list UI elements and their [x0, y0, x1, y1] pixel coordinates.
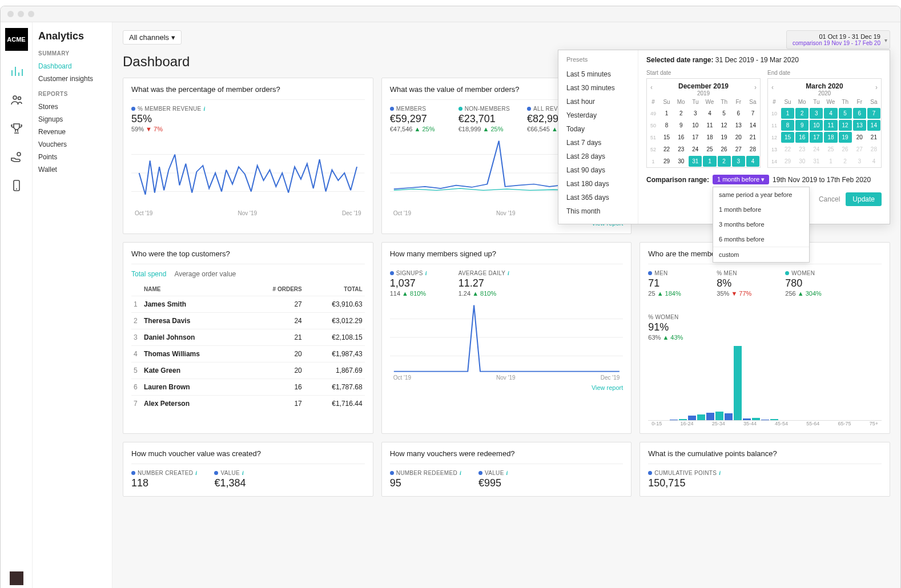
info-icon[interactable]: i [425, 270, 427, 276]
cancel-button[interactable]: Cancel [819, 195, 840, 203]
cal-day[interactable]: 13 [853, 120, 866, 131]
comparison-option[interactable]: 1 month before [713, 202, 809, 217]
preset-item[interactable]: Last 7 days [566, 136, 630, 150]
hand-coin-icon[interactable] [9, 149, 25, 165]
cal-day[interactable]: 1 [660, 108, 673, 119]
cal-day[interactable]: 21 [746, 132, 759, 143]
comparison-option[interactable]: 6 months before [713, 232, 809, 247]
cal-day[interactable]: 30 [674, 156, 687, 167]
cal-day[interactable]: 25 [703, 144, 716, 155]
info-icon[interactable]: i [203, 106, 205, 112]
table-row[interactable]: 4Thomas Williams20€1,987,43 [131, 346, 365, 363]
cal-day[interactable]: 28 [867, 144, 880, 155]
traffic-light-close[interactable] [7, 11, 14, 17]
tab[interactable]: Average order value [174, 270, 236, 278]
comparison-dropdown[interactable]: 1 month before ▾ same period a year befo… [713, 175, 769, 184]
preset-item[interactable]: This month [566, 204, 630, 218]
cal-day[interactable]: 1 [781, 108, 794, 119]
trophy-icon[interactable] [9, 120, 25, 136]
cal-day[interactable]: 31 [810, 156, 823, 167]
table-row[interactable]: 3Daniel Johnson21€2,108.15 [131, 329, 365, 346]
cal-day[interactable]: 8 [781, 120, 794, 131]
cal-day[interactable]: 23 [795, 144, 809, 155]
cal-prev-icon[interactable]: ‹ [650, 83, 653, 91]
cal-day[interactable]: 7 [867, 108, 880, 119]
preset-item[interactable]: Last 5 minutes [566, 67, 630, 81]
cal-day[interactable]: 2 [718, 156, 731, 167]
channel-dropdown[interactable]: All channels ▾ [123, 30, 182, 45]
preset-item[interactable]: Last 30 minutes [566, 81, 630, 95]
cal-day[interactable]: 10 [810, 120, 823, 131]
bottom-square-icon[interactable] [10, 571, 23, 585]
analytics-icon[interactable] [9, 63, 25, 79]
cal-day[interactable]: 25 [824, 144, 837, 155]
cal-prev-icon[interactable]: ‹ [771, 83, 774, 91]
cal-next-icon[interactable]: › [754, 83, 757, 91]
cal-day[interactable]: 15 [781, 132, 794, 143]
table-row[interactable]: 1James Smith27€3,910.63 [131, 296, 365, 313]
cal-day[interactable]: 16 [795, 132, 809, 143]
cal-day[interactable]: 1 [703, 156, 716, 167]
cal-day[interactable]: 18 [703, 132, 716, 143]
cal-day[interactable]: 30 [795, 156, 809, 167]
cal-day[interactable]: 2 [839, 156, 852, 167]
cal-day[interactable]: 24 [810, 144, 823, 155]
info-icon[interactable]: i [508, 270, 509, 276]
comparison-option[interactable]: 3 months before [713, 217, 809, 232]
preset-item[interactable]: Last hour [566, 95, 630, 108]
table-row[interactable]: 5Kate Green201,867.69 [131, 363, 365, 379]
preset-item[interactable]: Today [566, 122, 630, 136]
preset-item[interactable]: Last 365 days [566, 191, 630, 204]
preset-item[interactable]: Last 90 days [566, 163, 630, 177]
cal-day[interactable]: 3 [689, 108, 702, 119]
cal-day[interactable]: 27 [853, 144, 866, 155]
cal-day[interactable]: 13 [732, 120, 745, 131]
cal-day[interactable]: 4 [746, 156, 759, 167]
date-range-button[interactable]: 01 Oct 19 - 31 Dec 19 comparison 19 Nov … [786, 30, 890, 49]
cal-day[interactable]: 11 [824, 120, 837, 131]
nav-item[interactable]: Stores [38, 100, 106, 113]
cal-day[interactable]: 12 [718, 120, 731, 131]
cal-day[interactable]: 29 [660, 156, 673, 167]
cal-day[interactable]: 2 [674, 108, 687, 119]
cal-day[interactable]: 9 [674, 120, 687, 131]
cal-day[interactable]: 4 [867, 156, 880, 167]
table-row[interactable]: 2Theresa Davis24€3,012.29 [131, 313, 365, 329]
cal-day[interactable]: 22 [781, 144, 794, 155]
cal-next-icon[interactable]: › [875, 83, 878, 91]
comparison-option[interactable]: same period a year before [713, 187, 809, 202]
cal-day[interactable]: 21 [867, 132, 880, 143]
view-report-link[interactable]: View report [390, 384, 624, 391]
update-button[interactable]: Update [846, 192, 882, 206]
traffic-light-max[interactable] [28, 11, 34, 17]
customers-icon[interactable] [9, 92, 25, 108]
cal-day[interactable]: 5 [718, 108, 731, 119]
cal-day[interactable]: 3 [853, 156, 866, 167]
info-icon[interactable]: i [719, 470, 721, 476]
cal-day[interactable]: 6 [732, 108, 745, 119]
cal-day[interactable]: 20 [732, 132, 745, 143]
nav-item[interactable]: Vouchers [38, 138, 106, 151]
cal-day[interactable]: 31 [689, 156, 702, 167]
cal-day[interactable]: 17 [689, 132, 702, 143]
cal-day[interactable]: 1 [824, 156, 837, 167]
brand-logo[interactable]: ACME [5, 28, 28, 51]
nav-item[interactable]: Wallet [38, 163, 106, 176]
mobile-icon[interactable] [9, 178, 25, 194]
cal-day[interactable]: 29 [781, 156, 794, 167]
cal-day[interactable]: 3 [810, 108, 823, 119]
cal-day[interactable]: 2 [795, 108, 809, 119]
comparison-option[interactable]: custom [713, 247, 809, 262]
cal-day[interactable]: 22 [660, 144, 673, 155]
info-icon[interactable]: i [195, 470, 197, 476]
preset-item[interactable]: Last 180 days [566, 177, 630, 191]
nav-item[interactable]: Customer insights [38, 73, 106, 85]
cal-day[interactable]: 3 [732, 156, 745, 167]
cal-day[interactable]: 7 [746, 108, 759, 119]
nav-item[interactable]: Revenue [38, 126, 106, 138]
cal-day[interactable]: 9 [795, 120, 809, 131]
cal-day[interactable]: 18 [824, 132, 837, 143]
cal-day[interactable]: 19 [718, 132, 731, 143]
preset-item[interactable]: Last 28 days [566, 150, 630, 163]
nav-item[interactable]: Points [38, 151, 106, 163]
